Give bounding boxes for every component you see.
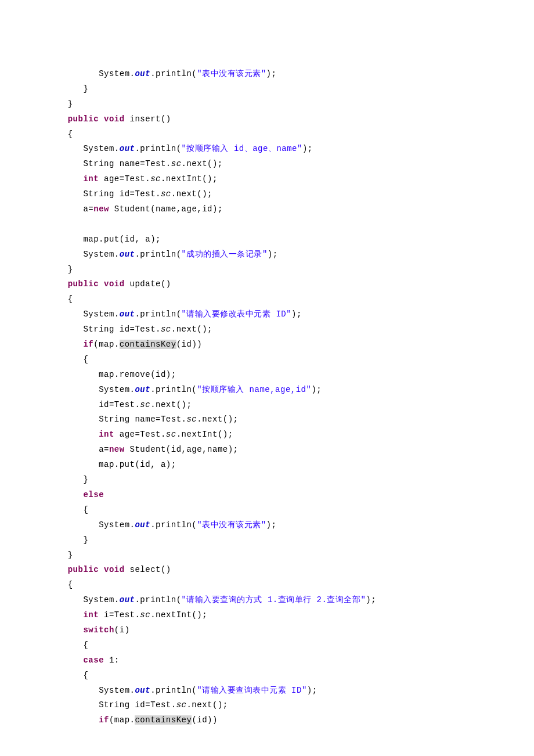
- code-line: }: [52, 99, 73, 109]
- code-line: map.put(id, a);: [52, 235, 161, 244]
- code-line: System.out.println("请输入要查询的方式 1.查询单行 2.查…: [52, 595, 376, 604]
- code-line: id=Test.sc.next();: [52, 400, 192, 409]
- code-line: System.out.println("请输入要查询表中元素 ID");: [52, 686, 317, 695]
- code-line: public void update(): [52, 279, 171, 289]
- code-line: map.remove(id);: [52, 370, 176, 379]
- code-line: }: [52, 265, 73, 274]
- code-line: {: [52, 671, 88, 680]
- code-line: {: [52, 294, 73, 304]
- code-block: System.out.println("表中没有该元素"); } } publi…: [52, 67, 482, 728]
- code-line: System.out.println("表中没有该元素");: [52, 69, 276, 78]
- code-line: }: [52, 475, 88, 484]
- code-line: int i=Test.sc.nextInt();: [52, 610, 207, 620]
- code-line: public void insert(): [52, 114, 171, 124]
- code-line: a=new Student(name,age,id);: [52, 204, 223, 214]
- code-line: int age=Test.sc.nextInt();: [52, 174, 218, 183]
- code-line: System.out.println("按顺序输入 id、age、name");: [52, 144, 313, 153]
- code-line: else: [52, 490, 104, 499]
- code-line: {: [52, 640, 88, 650]
- code-line: int age=Test.sc.nextInt();: [52, 430, 233, 439]
- code-line: public void select(): [52, 565, 171, 574]
- code-line: if(map.containsKey(id)): [52, 340, 202, 349]
- code-line: {: [52, 505, 88, 514]
- code-line: {: [52, 129, 73, 139]
- code-line: String name=Test.sc.next();: [52, 415, 238, 424]
- code-line: String id=Test.sc.next();: [52, 700, 228, 710]
- code-line: System.out.println("表中没有该元素");: [52, 520, 276, 530]
- document-page: System.out.println("表中没有该元素"); } } publi…: [0, 0, 534, 756]
- code-line: String id=Test.sc.next();: [52, 325, 212, 334]
- code-line: {: [52, 580, 73, 589]
- code-line: String id=Test.sc.next();: [52, 189, 212, 199]
- code-line: }: [52, 535, 88, 545]
- code-line: }: [52, 550, 73, 560]
- code-line: System.out.println("成功的插入一条记录");: [52, 250, 278, 259]
- code-line: case 1:: [52, 656, 120, 665]
- code-line: String name=Test.sc.next();: [52, 159, 223, 168]
- code-line: a=new Student(id,age,name);: [52, 445, 239, 454]
- code-line: if(map.containsKey(id)): [52, 715, 218, 725]
- code-line: System.out.println("请输入要修改表中元素 ID");: [52, 309, 302, 319]
- code-line: {: [52, 355, 88, 364]
- code-line: System.out.println("按顺序输入 name,age,id");: [52, 385, 322, 394]
- code-line: switch(i): [52, 625, 130, 635]
- code-line: map.put(id, a);: [52, 460, 176, 469]
- code-line: }: [52, 84, 88, 93]
